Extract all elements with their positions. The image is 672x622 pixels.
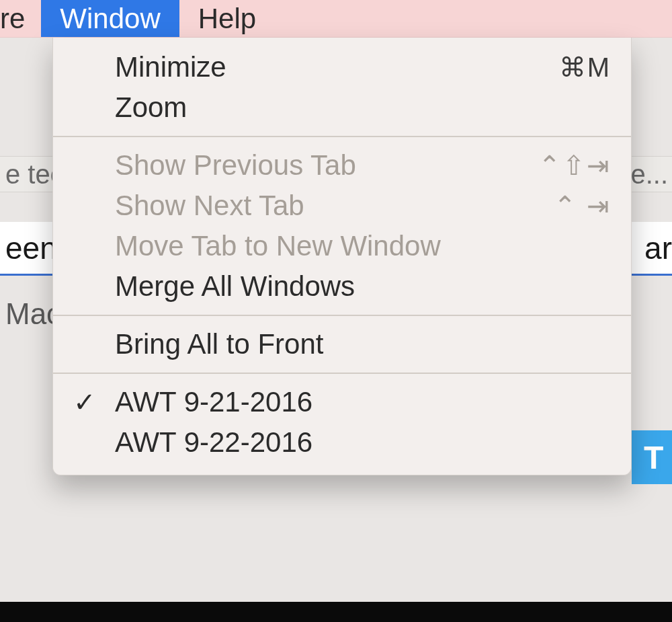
menu-item-label: AWT 9-21-2016 xyxy=(115,386,611,418)
background-search-left: een xyxy=(5,230,57,266)
menu-item-label: AWT 9-22-2016 xyxy=(115,426,611,459)
menu-item-minimize[interactable]: Minimize ⌘M xyxy=(53,47,631,87)
menu-item-shortcut: ⌃⇧⇥ xyxy=(538,150,611,181)
menu-item-move-tab-new-window: Move Tab to New Window xyxy=(53,226,631,266)
menu-item-label: Minimize xyxy=(115,51,559,83)
menubar-item-label: Window xyxy=(60,3,160,35)
menu-separator xyxy=(53,136,631,137)
background-search-right: ar xyxy=(644,230,672,266)
window-menu-dropdown: Minimize ⌘M Zoom Show Previous Tab ⌃⇧⇥ S… xyxy=(52,38,632,475)
menubar-item-label: re xyxy=(0,3,25,35)
menu-item-show-previous-tab: Show Previous Tab ⌃⇧⇥ xyxy=(53,145,631,186)
menu-item-label: Move Tab to New Window xyxy=(115,230,611,262)
menubar-item-prev[interactable]: re xyxy=(0,0,41,37)
menu-separator xyxy=(53,315,631,316)
menubar-item-help[interactable]: Help xyxy=(179,0,275,37)
menu-item-label: Zoom xyxy=(115,91,611,124)
menu-item-show-next-tab: Show Next Tab ⌃ ⇥ xyxy=(53,186,631,226)
check-icon: ✓ xyxy=(73,387,115,418)
menu-item-window-1[interactable]: ✓ AWT 9-21-2016 xyxy=(53,382,631,422)
menu-item-label: Bring All to Front xyxy=(115,328,611,360)
background-button-label: T xyxy=(644,439,663,476)
menu-item-label: Show Next Tab xyxy=(115,190,554,222)
menubar-item-label: Help xyxy=(198,3,256,35)
menu-item-shortcut: ⌃ ⇥ xyxy=(554,190,611,221)
menu-item-label: Merge All Windows xyxy=(115,270,611,303)
menu-item-zoom[interactable]: Zoom xyxy=(53,87,631,128)
menu-item-window-2[interactable]: AWT 9-22-2016 xyxy=(53,422,631,463)
menu-item-shortcut: ⌘M xyxy=(559,52,611,83)
background-tab-right: e... xyxy=(630,159,672,190)
menu-item-merge-all-windows[interactable]: Merge All Windows xyxy=(53,266,631,307)
menu-item-bring-all-to-front[interactable]: Bring All to Front xyxy=(53,324,631,364)
menu-separator xyxy=(53,373,631,374)
menubar-item-window[interactable]: Window xyxy=(41,0,179,37)
background-button[interactable]: T xyxy=(632,430,672,484)
menu-item-label: Show Previous Tab xyxy=(115,149,538,182)
bottom-strip xyxy=(0,602,672,622)
menubar: re Window Help xyxy=(0,0,672,38)
